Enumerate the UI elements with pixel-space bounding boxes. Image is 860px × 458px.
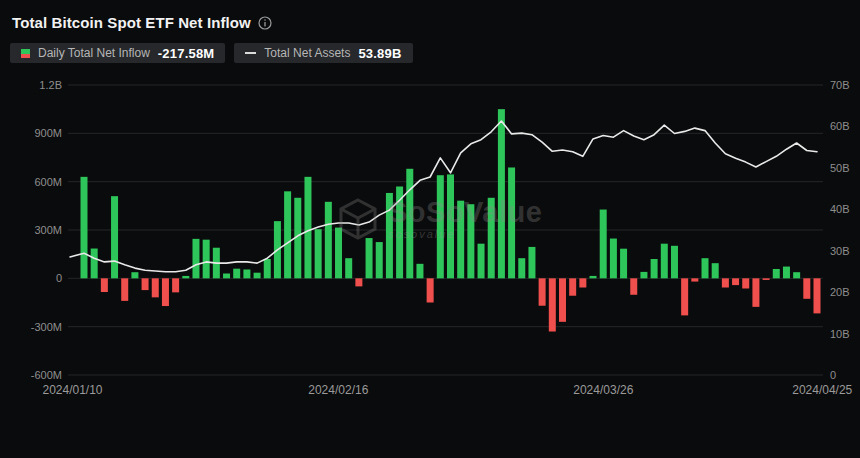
daily-inflow-bar[interactable] (539, 278, 546, 305)
daily-inflow-bar[interactable] (661, 244, 668, 279)
daily-inflow-bar[interactable] (488, 198, 495, 279)
left-axis-tick-label: 300M (34, 224, 62, 236)
right-axis-tick-label: 70B (830, 79, 850, 91)
daily-inflow-bar[interactable] (203, 240, 210, 279)
daily-inflow-bar[interactable] (579, 278, 586, 287)
daily-inflow-bar[interactable] (783, 267, 790, 279)
daily-inflow-bar[interactable] (763, 278, 770, 280)
daily-inflow-bar[interactable] (742, 278, 749, 288)
daily-inflow-bar[interactable] (803, 278, 810, 298)
daily-inflow-bar[interactable] (457, 201, 464, 279)
x-axis-tick-label: 2024/01/10 (42, 383, 102, 397)
daily-inflow-bar[interactable] (590, 276, 597, 278)
daily-inflow-bar[interactable] (651, 259, 658, 278)
daily-inflow-bar[interactable] (752, 278, 759, 307)
daily-inflow-bar[interactable] (223, 274, 230, 279)
left-axis-tick-label: -600M (31, 369, 62, 381)
daily-inflow-bar[interactable] (325, 202, 332, 279)
daily-inflow-bar[interactable] (81, 177, 88, 278)
daily-inflow-bar[interactable] (111, 196, 118, 278)
daily-inflow-bar[interactable] (600, 210, 607, 279)
daily-inflow-bar[interactable] (355, 278, 362, 286)
daily-inflow-bar[interactable] (315, 229, 322, 278)
daily-inflow-bar[interactable] (233, 269, 240, 279)
daily-inflow-bar[interactable] (447, 174, 454, 278)
daily-inflow-bar[interactable] (162, 278, 169, 306)
daily-inflow-bar[interactable] (304, 177, 311, 278)
left-axis-tick-label: -300M (31, 321, 62, 333)
right-axis-tick-label: 20B (830, 286, 850, 298)
etf-inflow-chart-card: Total Bitcoin Spot ETF Net Inflow Daily … (0, 0, 860, 458)
daily-inflow-bar[interactable] (773, 269, 780, 278)
daily-inflow-bar[interactable] (427, 278, 434, 302)
daily-inflow-bar[interactable] (793, 272, 800, 278)
daily-inflow-bar[interactable] (437, 175, 444, 278)
daily-inflow-bar[interactable] (712, 263, 719, 278)
daily-inflow-bar[interactable] (264, 259, 271, 278)
daily-inflow-bar[interactable] (691, 278, 698, 281)
daily-inflow-bar[interactable] (681, 278, 688, 315)
left-axis-tick-label: 1.2B (39, 79, 62, 91)
right-axis-tick-label: 30B (830, 245, 850, 257)
daily-inflow-bar[interactable] (335, 228, 342, 279)
daily-inflow-bar[interactable] (243, 269, 250, 278)
daily-inflow-bar[interactable] (478, 244, 485, 279)
right-axis-tick-label: 60B (830, 120, 850, 132)
daily-inflow-bar[interactable] (101, 278, 108, 292)
daily-inflow-bar[interactable] (549, 278, 556, 331)
daily-inflow-bar[interactable] (640, 272, 647, 278)
daily-inflow-bar[interactable] (91, 249, 98, 279)
daily-inflow-bar[interactable] (172, 278, 179, 292)
daily-inflow-bar[interactable] (131, 272, 138, 278)
daily-inflow-bar[interactable] (569, 278, 576, 295)
daily-inflow-bar[interactable] (192, 239, 199, 278)
daily-inflow-bar[interactable] (366, 238, 373, 278)
daily-inflow-bar[interactable] (610, 239, 617, 279)
daily-inflow-bar[interactable] (182, 276, 189, 278)
daily-inflow-bar[interactable] (416, 264, 423, 279)
x-axis-tick-label: 2024/04/25 (792, 383, 852, 397)
right-axis-tick-label: 0 (830, 369, 836, 381)
daily-inflow-bar[interactable] (498, 109, 505, 278)
daily-inflow-bar[interactable] (508, 167, 515, 278)
daily-inflow-bar[interactable] (528, 247, 535, 278)
daily-inflow-bar[interactable] (152, 278, 159, 297)
daily-inflow-bar[interactable] (121, 278, 128, 301)
daily-inflow-bar[interactable] (386, 193, 393, 278)
daily-inflow-bar[interactable] (284, 191, 291, 278)
left-axis-tick-label: 600M (34, 176, 62, 188)
daily-inflow-bar[interactable] (467, 204, 474, 278)
chart-canvas[interactable]: 1.2B900M600M300M0-300M-600M70B60B50B40B3… (0, 0, 860, 458)
right-axis-tick-label: 10B (830, 328, 850, 340)
daily-inflow-bar[interactable] (722, 278, 729, 287)
daily-inflow-bar[interactable] (732, 278, 739, 285)
daily-inflow-bar[interactable] (406, 169, 413, 279)
daily-inflow-bar[interactable] (559, 278, 566, 322)
daily-inflow-bar[interactable] (254, 273, 261, 279)
left-axis-tick-label: 900M (34, 127, 62, 139)
daily-inflow-bar[interactable] (142, 278, 149, 290)
x-axis-tick-label: 2024/02/16 (308, 383, 368, 397)
right-axis-tick-label: 50B (830, 162, 850, 174)
left-axis-tick-label: 0 (56, 272, 62, 284)
daily-inflow-bar[interactable] (702, 258, 709, 278)
daily-inflow-bar[interactable] (345, 258, 352, 278)
daily-inflow-bar[interactable] (620, 249, 627, 279)
daily-inflow-bar[interactable] (814, 278, 821, 313)
daily-inflow-bar[interactable] (518, 258, 525, 278)
daily-inflow-bar[interactable] (376, 242, 383, 278)
right-axis-tick-label: 40B (830, 203, 850, 215)
daily-inflow-bar[interactable] (671, 246, 678, 279)
x-axis-tick-label: 2024/03/26 (573, 383, 633, 397)
daily-inflow-bar[interactable] (630, 278, 637, 294)
